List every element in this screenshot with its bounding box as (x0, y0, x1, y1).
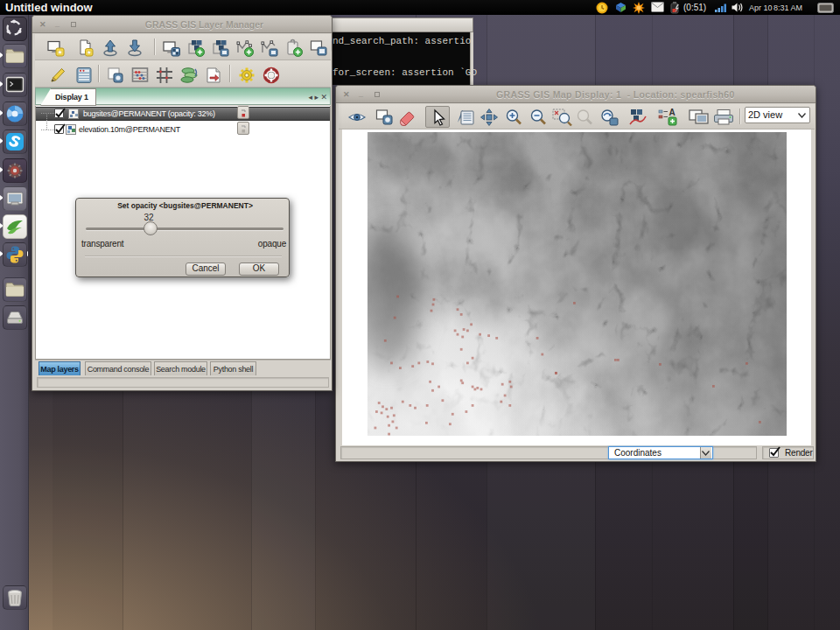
svg-text:A: A (669, 108, 676, 117)
